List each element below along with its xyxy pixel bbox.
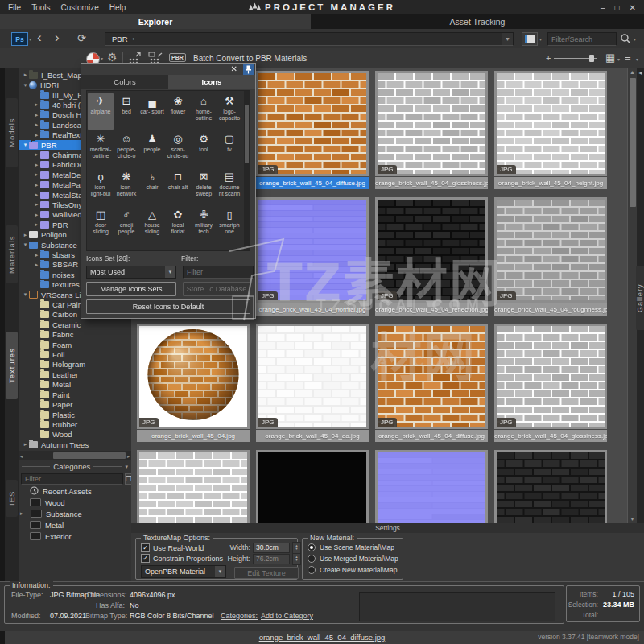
texture-tile[interactable] (494, 450, 607, 523)
tile-filename[interactable]: orange_brick_wall_45_04_glossiness.jpg (375, 177, 488, 189)
tile-image[interactable]: JPG (375, 324, 488, 429)
chevron-down-icon[interactable]: ▾ (22, 242, 29, 248)
popup-icon-local-floriat[interactable]: ✿local floriat (165, 206, 191, 244)
chevron-down-icon[interactable]: ▾ (22, 291, 29, 298)
tile-image[interactable] (494, 450, 607, 523)
chevron-right-icon[interactable]: ▸ (33, 201, 40, 208)
back-button[interactable]: ‹ (37, 31, 42, 44)
popup-icon-medical--outline[interactable]: ✳medical- outline (88, 130, 114, 168)
popup-icon-emoji-people[interactable]: ♂emoji people (114, 206, 139, 244)
categories-filter-input[interactable] (21, 473, 123, 485)
chevron-right-icon[interactable]: ▸ (33, 112, 40, 118)
popup-icon-military-tech[interactable]: ✙military tech (191, 206, 217, 244)
popup-close-icon[interactable]: ✕ (229, 64, 240, 74)
chevron-right-icon[interactable]: ▸ (33, 122, 40, 128)
popup-icon-docume-nt-scann[interactable]: ▤docume nt scann (217, 168, 242, 206)
gear-icon[interactable]: ⚙ (107, 51, 118, 64)
scroll-right-icon[interactable]: ▸ (126, 453, 131, 459)
tile-filename[interactable]: orange_brick_wall_45_04_normal.jpg (256, 303, 369, 316)
icons-scrollbar-thumb[interactable] (245, 105, 249, 163)
dropdown-arrow-icon[interactable]: ▼ (215, 566, 225, 577)
height-input[interactable]: 76.2cm (253, 554, 290, 564)
tile-image[interactable]: JPG (256, 197, 369, 303)
radio-icon[interactable] (308, 566, 316, 574)
view-options-button[interactable] (522, 32, 538, 46)
height-spinner[interactable]: ▲▼ (292, 553, 301, 565)
chevron-right-icon[interactable]: ▸ (33, 252, 40, 258)
search-icon[interactable] (620, 33, 631, 44)
category-item-recent-assets[interactable]: Recent Assets (19, 485, 131, 497)
popup-icon-tv[interactable]: ▢tv (217, 130, 242, 168)
tree-item-plastic[interactable]: Plastic (19, 410, 131, 419)
tree-item-foam[interactable]: Foam (19, 340, 131, 349)
tree-item-paper[interactable]: Paper (19, 399, 131, 409)
popup-icon-house-siding[interactable]: △house siding (139, 206, 165, 244)
tab-asset-tracking[interactable]: Asset Tracking (311, 14, 644, 29)
tile-image[interactable] (375, 450, 488, 523)
category-item-substance[interactable]: ▸Substance (19, 508, 131, 519)
tree-horizontal-scrollbar[interactable]: ◂ ▸ (19, 451, 131, 460)
store-to-database-button[interactable]: Store To Database (183, 282, 250, 296)
chevron-right-icon[interactable]: ▸ (22, 232, 29, 238)
forward-button[interactable]: › (55, 31, 60, 44)
popup-icon-tool[interactable]: ⚙tool (191, 130, 217, 168)
menu-file[interactable]: File (8, 3, 21, 12)
texture-tile[interactable]: JPGorange_brick_wall_45_04_diffuse.jpg (256, 71, 369, 191)
scroll-up-icon[interactable]: ▲ (628, 68, 637, 76)
menu-help[interactable]: Help (109, 3, 126, 12)
material-type-dropdown[interactable]: OpenPBR Material ▼ (141, 565, 226, 578)
popup-icon-delete-sweep[interactable]: ⊠delete sweep (191, 168, 217, 206)
breadcrumb[interactable]: PBR › ▼ (105, 32, 514, 46)
radio-option-2[interactable]: Create New Material\Map (308, 564, 398, 576)
tree-item-leather[interactable]: Leather (19, 369, 131, 379)
popup-icon-airplane[interactable]: ✈airplane (88, 93, 114, 130)
side-tab-materials[interactable]: Materials (6, 225, 18, 283)
tile-filename[interactable]: orange_brick_wall_45_04_height.jpg (494, 177, 607, 189)
tree-item-wood[interactable]: Wood (19, 430, 131, 440)
popup-icon-icon--light-bul[interactable]: ϙicon- light-bul (88, 168, 114, 206)
pbr-badge-icon[interactable]: PBR (169, 53, 186, 62)
sort-button[interactable]: ≡ (625, 52, 631, 64)
sort-dropdown-icon[interactable]: ▾ (636, 56, 638, 62)
icon-filter-input[interactable] (183, 266, 254, 279)
popup-icon-smartph-one[interactable]: ▯smartph one (217, 206, 242, 244)
checkbox-checked-icon[interactable]: ✓ (141, 543, 150, 552)
texture-tile[interactable] (256, 450, 369, 523)
collapse-gallery-icon[interactable]: ◄ (638, 70, 643, 76)
popup-icon-partial[interactable]: ▂ (88, 244, 114, 251)
popup-icon-home--outline[interactable]: ⌂home- outline (191, 93, 217, 130)
chevron-right-icon[interactable]: ▸ (33, 262, 40, 268)
search-input[interactable] (547, 32, 617, 46)
photoshop-button[interactable]: Ps (11, 32, 28, 46)
slider-track[interactable] (554, 58, 597, 59)
texture-tile[interactable]: JPGorange_brick_wall_45_04_normal.jpg (256, 197, 369, 317)
categories-header[interactable]: Categories ▾ (19, 460, 131, 473)
view-options-dropdown-icon[interactable]: ▾ (539, 36, 542, 42)
close-button[interactable]: ✕ (630, 3, 636, 12)
tree-item-autumn-trees[interactable]: ▸Autumn Trees (19, 440, 131, 449)
tile-filename[interactable]: orange_brick_wall_45_04_ao.jpg (256, 430, 369, 442)
menu-tools[interactable]: Tools (31, 3, 50, 12)
settings-splitter[interactable]: Settings (131, 523, 644, 533)
popup-icon-door-sliding[interactable]: ◫door sliding (88, 206, 114, 244)
radio-selected-icon[interactable] (308, 543, 316, 551)
texture-tile[interactable]: JPGorange_brick_wall_45_04_height.jpg (494, 71, 607, 191)
width-spinner[interactable]: ▲▼ (292, 542, 301, 554)
add-to-category-link[interactable]: Add to Category (261, 612, 313, 620)
popup-icon-icon--network[interactable]: ❋icon- network (114, 168, 139, 206)
constrain-proportions-checkbox[interactable]: ✓ Constrain Proportions (141, 553, 223, 564)
breadcrumb-path[interactable]: PBR (105, 35, 128, 43)
grid-view-button[interactable]: ▦ (605, 52, 615, 64)
tile-image[interactable]: JPG (256, 71, 369, 176)
popup-icon-scan--circle-ou[interactable]: ◎scan- circle-ou (165, 130, 191, 168)
tab-icons[interactable]: Icons (168, 75, 255, 89)
tree-item-ceramic[interactable]: Ceramic (19, 320, 131, 329)
tile-image[interactable]: JPG (494, 324, 607, 429)
minimize-button[interactable]: – (601, 3, 605, 12)
tile-image[interactable]: JPG (494, 197, 607, 303)
categories-link[interactable]: Categories: (221, 612, 258, 620)
icons-scrollbar[interactable] (244, 91, 250, 250)
width-input[interactable]: 30.0cm (253, 543, 290, 553)
chevron-right-icon[interactable]: ▸ (33, 221, 40, 228)
maximize-button[interactable]: □ (615, 3, 620, 12)
